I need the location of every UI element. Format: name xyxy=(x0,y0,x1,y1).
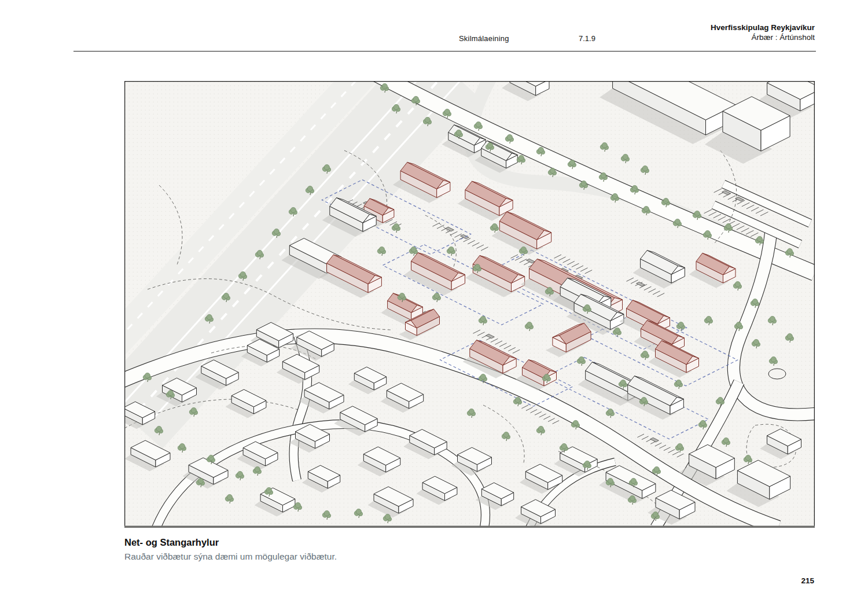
document-page: { "header": { "section_label": "Skilmála… xyxy=(0,0,868,614)
figure-caption: Net- og Stangarhylur Rauðar viðbætur sýn… xyxy=(124,537,337,562)
document-title: Hverfisskipulag Reykjavíkur xyxy=(711,23,815,32)
page-number: 215 xyxy=(801,576,814,585)
header-section-label: Skilmálaeining xyxy=(459,34,509,43)
document-subtitle: Árbær : Ártúnsholt xyxy=(711,32,815,42)
header-section-number: 7.1.9 xyxy=(579,34,595,43)
caption-title: Net- og Stangarhylur xyxy=(124,537,337,548)
caption-description: Rauðar viðbætur sýna dæmi um mögulegar v… xyxy=(124,552,337,562)
map-content xyxy=(124,81,815,528)
header-title-block: Hverfisskipulag Reykjavíkur Árbær : Ártú… xyxy=(711,23,815,42)
site-plan-figure xyxy=(124,81,815,528)
header-rule xyxy=(73,51,816,52)
